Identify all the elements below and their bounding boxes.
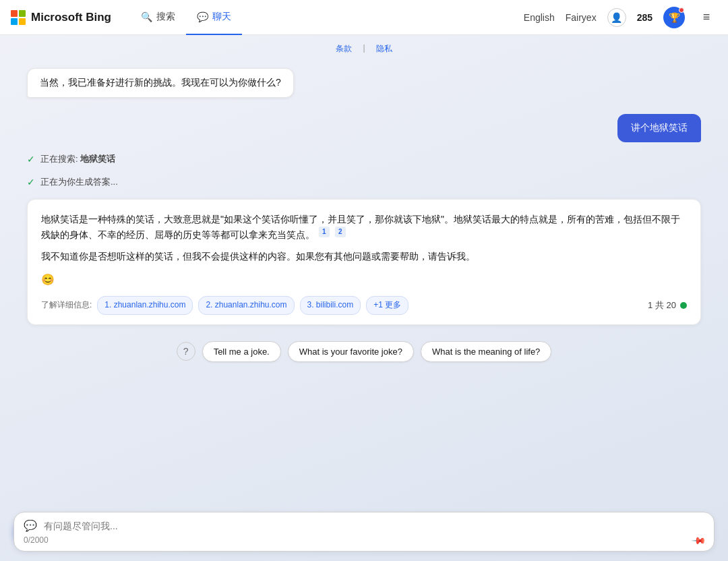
sources-label: 了解详细信息: bbox=[41, 299, 92, 312]
suggestion-chip-1[interactable]: Tell me a joke. bbox=[202, 341, 281, 362]
search-keyword: 地狱笑话 bbox=[80, 154, 115, 164]
response-text-1: 地狱笑话是一种特殊的笑话，大致意思就是"如果这个笑话你听懂了，并且笑了，那你就该… bbox=[41, 212, 687, 242]
logo-sq-blue bbox=[11, 18, 18, 25]
main-nav: 🔍 搜索 💬 聊天 bbox=[130, 0, 242, 35]
input-top: 💬 bbox=[24, 519, 704, 532]
chat-nav-icon: 💬 bbox=[197, 11, 208, 22]
score-display: 285 bbox=[637, 12, 653, 23]
char-counter: 0/2000 bbox=[24, 535, 49, 545]
suggestions-row: ? Tell me a joke. What is your favorite … bbox=[27, 336, 701, 367]
brand-name: Microsoft Bing bbox=[31, 11, 111, 24]
sources-row: 了解详细信息: 1. zhuanlan.zhihu.com 2. zhuanla… bbox=[41, 296, 687, 314]
footer-links: 条款 | 隐私 bbox=[0, 35, 728, 57]
ai-request-bubble: 讲个地狱笑话 bbox=[617, 114, 701, 142]
language-selector[interactable]: English bbox=[524, 12, 555, 23]
hamburger-icon: ≡ bbox=[703, 10, 710, 24]
input-bottom: 0/2000 📌 bbox=[24, 535, 704, 545]
generating-label: 正在为你生成答案... bbox=[40, 176, 118, 188]
citation-1[interactable]: 1 bbox=[319, 227, 330, 237]
page-count-text: 1 共 20 bbox=[648, 299, 676, 313]
input-bar-wrapper: 💬 0/2000 📌 bbox=[0, 505, 728, 561]
brand-logo[interactable]: Microsoft Bing bbox=[11, 10, 111, 25]
search-label: 正在搜索: 地狱笑话 bbox=[40, 153, 115, 165]
source-chip-3[interactable]: 3. bilibili.com bbox=[300, 296, 361, 314]
main-content: 条款 | 隐私 当然，我已准备好进行新的挑战。我现在可以为你做什么? 讲个地狱笑… bbox=[0, 35, 728, 561]
ai-request-row: 讲个地狱笑话 bbox=[27, 114, 701, 142]
header: Microsoft Bing 🔍 搜索 💬 聊天 English Fairyex… bbox=[0, 0, 728, 35]
logo-sq-green bbox=[19, 10, 26, 17]
footer-separator: | bbox=[363, 43, 365, 55]
pin-icon[interactable]: 📌 bbox=[691, 532, 706, 548]
suggestion-chip-2[interactable]: What is your favorite joke? bbox=[288, 341, 414, 362]
suggestion-label-2: What is your favorite joke? bbox=[299, 347, 402, 357]
page-count: 1 共 20 bbox=[648, 299, 687, 313]
search-status-row-1: ✓ 正在搜索: 地狱笑话 bbox=[27, 153, 701, 165]
source-more-chip[interactable]: +1 更多 bbox=[366, 296, 408, 314]
check-icon-2: ✓ bbox=[27, 177, 35, 187]
user-person-icon: 👤 bbox=[611, 12, 622, 23]
response-paragraph-2: 我不知道你是否想听这样的笑话，但我不会提供这样的内容。如果您有其他问题或需要帮助… bbox=[41, 251, 475, 262]
green-status-dot bbox=[680, 302, 687, 309]
score-value: 285 bbox=[637, 12, 653, 23]
search-status-row-2: ✓ 正在为你生成答案... bbox=[27, 176, 701, 188]
response-paragraph-1: 地狱笑话是一种特殊的笑话，大致意思就是"如果这个笑话你听懂了，并且笑了，那你就该… bbox=[41, 214, 680, 240]
nav-search[interactable]: 🔍 搜索 bbox=[130, 0, 186, 35]
input-bar: 💬 0/2000 📌 bbox=[13, 512, 715, 552]
source-chip-1[interactable]: 1. zhuanlan.zhihu.com bbox=[97, 296, 193, 314]
user-bubble: 当然，我已准备好进行新的挑战。我现在可以为你做什么? bbox=[27, 68, 294, 98]
user-avatar-button[interactable]: 👤 bbox=[607, 8, 626, 27]
chat-input[interactable] bbox=[44, 521, 704, 531]
ms-logo-squares bbox=[11, 10, 26, 25]
nav-chat[interactable]: 💬 聊天 bbox=[186, 0, 242, 35]
nav-chat-label: 聊天 bbox=[212, 11, 231, 23]
notification-dot bbox=[679, 7, 684, 13]
source-chip-2[interactable]: 2. zhuanlan.zhihu.com bbox=[198, 296, 294, 314]
chat-area: 当然，我已准备好进行新的挑战。我现在可以为你做什么? 讲个地狱笑话 ✓ 正在搜索… bbox=[0, 57, 728, 505]
emoji-row: 😊 bbox=[41, 271, 687, 289]
nav-search-label: 搜索 bbox=[156, 11, 175, 23]
response-emoji: 😊 bbox=[41, 274, 55, 285]
suggestion-label-1: Tell me a joke. bbox=[214, 347, 270, 357]
trophy-button[interactable]: 🏆 bbox=[663, 7, 685, 28]
username-label[interactable]: Fairyex bbox=[566, 12, 597, 23]
check-icon-1: ✓ bbox=[27, 154, 35, 165]
header-right: English Fairyex 👤 285 🏆 ≡ bbox=[524, 7, 717, 28]
ai-request-text: 讲个地狱笑话 bbox=[631, 122, 688, 133]
ai-response-card: 地狱笑话是一种特殊的笑话，大致意思就是"如果这个笑话你听懂了，并且笑了，那你就该… bbox=[27, 199, 701, 325]
search-nav-icon: 🔍 bbox=[141, 11, 152, 22]
privacy-link[interactable]: 隐私 bbox=[376, 43, 392, 55]
input-chat-icon: 💬 bbox=[24, 519, 37, 532]
user-message-row: 当然，我已准备好进行新的挑战。我现在可以为你做什么? bbox=[27, 68, 701, 103]
response-text-2: 我不知道你是否想听这样的笑话，但我不会提供这样的内容。如果您有其他问题或需要帮助… bbox=[41, 249, 687, 264]
logo-sq-red bbox=[11, 10, 18, 17]
hamburger-menu-button[interactable]: ≡ bbox=[696, 7, 717, 28]
user-message-text: 当然，我已准备好进行新的挑战。我现在可以为你做什么? bbox=[40, 77, 281, 88]
terms-link[interactable]: 条款 bbox=[336, 43, 352, 55]
suggestion-chip-3[interactable]: What is the meaning of life? bbox=[421, 341, 551, 362]
citation-2[interactable]: 2 bbox=[335, 227, 346, 237]
logo-sq-yellow bbox=[19, 18, 26, 25]
trophy-icon: 🏆 bbox=[669, 12, 680, 23]
suggestions-question-icon[interactable]: ? bbox=[177, 342, 195, 361]
suggestion-label-3: What is the meaning of life? bbox=[432, 347, 540, 357]
